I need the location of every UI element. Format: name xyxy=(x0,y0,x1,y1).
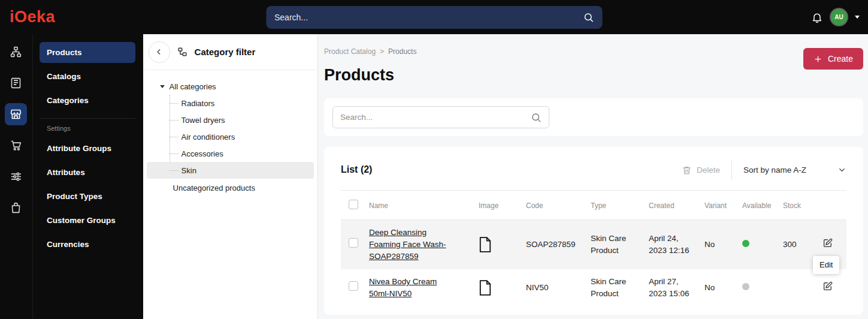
create-button[interactable]: Create xyxy=(803,48,863,70)
collapse-panel-button[interactable] xyxy=(149,41,170,63)
topbar: iOeka AU xyxy=(0,0,868,34)
icon-rail xyxy=(0,34,33,319)
tree-root-label: All categories xyxy=(170,82,216,91)
tree-item-air-conditioners[interactable]: Air conditioners xyxy=(147,128,314,145)
select-all-checkbox[interactable] xyxy=(349,200,358,209)
table-row: Nivea Body Cream 50ml-NIV50 NIV50 Skin C… xyxy=(341,269,846,306)
product-stock: 300 xyxy=(783,239,822,251)
bell-icon xyxy=(811,11,823,23)
product-variant: No xyxy=(704,282,742,294)
products-search xyxy=(332,106,549,128)
search-icon xyxy=(583,12,594,23)
delete-button[interactable]: Delete xyxy=(682,165,720,175)
chevron-down-icon xyxy=(837,165,846,174)
edit-button[interactable] xyxy=(822,237,833,248)
product-created: April 24, 2023 12:16 xyxy=(649,233,704,257)
header-image: Image xyxy=(479,201,526,210)
store-icon xyxy=(10,108,22,121)
header-created: Created xyxy=(649,201,704,210)
header-type: Type xyxy=(591,201,649,210)
sidebar-item-categories[interactable]: Categories xyxy=(40,90,135,111)
category-tree-icon xyxy=(177,46,188,58)
product-created: April 27, 2023 15:06 xyxy=(649,276,704,300)
tree-item-radiators[interactable]: Radiators xyxy=(147,95,314,112)
category-tree: All categories Radiators Towel dryers Ai… xyxy=(143,70,317,196)
tree-item-uncategorized[interactable]: Uncategorized products xyxy=(147,179,314,196)
rail-item-catalogs[interactable] xyxy=(5,72,27,94)
rail-item-orders[interactable] xyxy=(5,134,27,157)
tree-item-accessories[interactable]: Accessories xyxy=(147,145,314,162)
header-name: Name xyxy=(369,201,479,210)
product-type: Skin Care Product xyxy=(591,233,649,257)
page-title: Products xyxy=(324,66,863,85)
settings-section-label: Settings xyxy=(40,125,135,138)
plus-icon xyxy=(813,55,822,64)
main-content: Product Catalog > Products Create Produc… xyxy=(318,34,868,319)
global-search-input[interactable] xyxy=(274,13,583,22)
global-search xyxy=(266,6,602,29)
table-row: Deep Cleansing Foaming Face Wash-SOAP287… xyxy=(341,220,846,269)
product-variant: No xyxy=(704,239,742,251)
sidebar-item-attributes[interactable]: Attributes xyxy=(40,162,135,183)
product-code: NIV50 xyxy=(526,282,591,294)
edit-icon xyxy=(822,281,833,291)
rail-item-products[interactable] xyxy=(5,103,27,125)
tree-item-towel-dryers[interactable]: Towel dryers xyxy=(147,112,314,128)
avatar[interactable]: AU xyxy=(831,9,847,25)
search-icon xyxy=(531,112,542,123)
sidebar-item-customer-groups[interactable]: Customer Groups xyxy=(40,210,135,231)
attributes-icon xyxy=(10,170,22,183)
product-image-cell xyxy=(479,236,526,253)
product-type: Skin Care Product xyxy=(591,276,649,300)
row-checkbox[interactable] xyxy=(349,238,358,248)
sidebar-item-attribute-groups[interactable]: Attribute Groups xyxy=(40,138,135,159)
rail-item-attributes[interactable] xyxy=(5,165,27,188)
delete-button-label: Delete xyxy=(697,165,720,174)
edit-tooltip: Edit xyxy=(813,256,839,274)
breadcrumb-parent[interactable]: Product Catalog xyxy=(324,47,376,56)
list-title: List (2) xyxy=(341,164,372,175)
breadcrumb: Product Catalog > Products xyxy=(324,34,863,56)
sidebar-item-catalogs[interactable]: Catalogs xyxy=(40,66,135,87)
product-code: SOAP287859 xyxy=(526,239,591,251)
divider xyxy=(731,160,732,180)
tree-item-skin[interactable]: Skin xyxy=(147,162,314,179)
chevron-left-icon xyxy=(155,47,164,56)
breadcrumb-current: Products xyxy=(388,47,416,56)
available-indicator xyxy=(742,283,749,290)
user-menu-button[interactable] xyxy=(855,16,860,19)
create-button-label: Create xyxy=(828,54,853,64)
sidebar-item-products[interactable]: Products xyxy=(40,42,135,63)
table-header: Name Image Code Type Created Variant Ava… xyxy=(341,190,846,220)
rail-item-shop[interactable] xyxy=(5,197,27,219)
breadcrumb-separator: > xyxy=(380,47,384,56)
sidebar: Products Catalogs Categories Settings At… xyxy=(33,34,143,319)
edit-button[interactable] xyxy=(822,281,833,291)
header-stock: Stock xyxy=(783,201,822,210)
tree-item-all-categories[interactable]: All categories xyxy=(147,78,314,95)
edit-icon xyxy=(822,237,833,248)
header-code: Code xyxy=(526,201,591,210)
sort-dropdown[interactable]: Sort by name A-Z xyxy=(743,165,846,174)
catalogs-icon xyxy=(10,77,22,89)
header-variant: Variant xyxy=(704,201,742,210)
search-card xyxy=(324,98,863,136)
cart-icon xyxy=(10,139,22,152)
tree-expand-icon[interactable] xyxy=(160,85,165,88)
document-icon xyxy=(479,279,492,296)
product-name-link[interactable]: Deep Cleansing Foaming Face Wash-SOAP287… xyxy=(369,228,446,261)
notifications-button[interactable] xyxy=(811,11,823,23)
sidebar-item-product-types[interactable]: Product Types xyxy=(40,186,135,207)
rail-item-structure[interactable] xyxy=(5,41,27,63)
product-image-cell xyxy=(479,279,526,296)
sort-dropdown-label: Sort by name A-Z xyxy=(743,165,806,174)
products-search-input[interactable] xyxy=(340,113,531,122)
caret-down-icon xyxy=(855,16,860,19)
sidebar-item-currencies[interactable]: Currencies xyxy=(40,234,135,255)
header-available: Available xyxy=(742,201,783,210)
bag-icon xyxy=(10,201,22,214)
row-checkbox[interactable] xyxy=(349,281,358,291)
product-name-link[interactable]: Nivea Body Cream 50ml-NIV50 xyxy=(369,277,437,298)
sitemap-icon xyxy=(10,46,22,58)
category-filter-panel: Category filter All categories Radiators… xyxy=(143,34,318,319)
